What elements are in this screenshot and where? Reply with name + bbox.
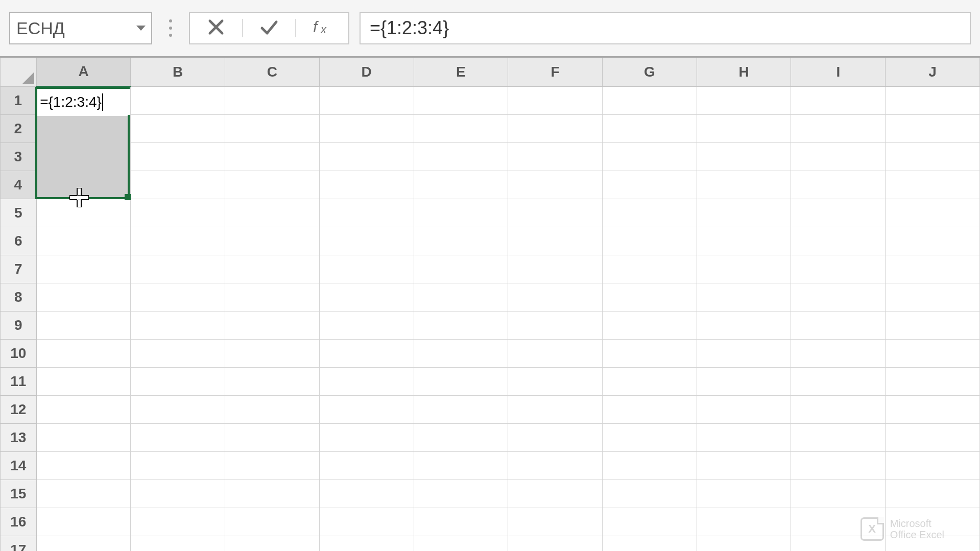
cell[interactable] (886, 395, 980, 423)
cell[interactable] (414, 423, 508, 451)
cell[interactable] (508, 171, 603, 199)
cell[interactable] (602, 199, 697, 227)
cell[interactable] (36, 451, 131, 480)
cell[interactable] (319, 423, 414, 451)
cell[interactable] (225, 395, 320, 423)
cell[interactable] (414, 227, 508, 255)
cell[interactable] (886, 199, 980, 227)
cell[interactable] (886, 367, 980, 395)
cell[interactable] (886, 171, 980, 199)
cell[interactable] (36, 86, 131, 114)
spreadsheet-grid[interactable]: ABCDEFGHIJ 1234567891011121314151617 (0, 58, 980, 551)
cell[interactable] (319, 395, 414, 423)
cell[interactable] (886, 480, 980, 508)
cell[interactable] (36, 311, 131, 339)
cell[interactable] (225, 283, 320, 311)
row-header[interactable]: 4 (1, 171, 37, 199)
cell[interactable] (697, 423, 791, 451)
cell[interactable] (36, 171, 131, 199)
cell[interactable] (131, 114, 225, 142)
cell[interactable] (508, 86, 603, 114)
cell[interactable] (414, 508, 508, 536)
row-header[interactable]: 6 (1, 227, 37, 255)
cell[interactable] (319, 171, 414, 199)
cell[interactable] (414, 311, 508, 339)
cell[interactable] (36, 114, 131, 142)
row-header[interactable]: 11 (1, 367, 37, 395)
cell[interactable] (225, 367, 320, 395)
row-header[interactable]: 8 (1, 283, 37, 311)
cell[interactable] (791, 423, 886, 451)
cell[interactable] (36, 283, 131, 311)
cell[interactable] (697, 395, 791, 423)
row-header[interactable]: 15 (1, 480, 37, 508)
cell[interactable] (131, 451, 225, 480)
confirm-button[interactable] (243, 13, 295, 43)
name-box-dropdown[interactable] (134, 21, 148, 35)
cell[interactable] (697, 451, 791, 480)
cell[interactable] (697, 114, 791, 142)
cell[interactable] (319, 480, 414, 508)
cell[interactable] (36, 423, 131, 451)
cell[interactable] (414, 114, 508, 142)
row-header[interactable]: 13 (1, 423, 37, 451)
row-header[interactable]: 3 (1, 142, 37, 171)
cell[interactable] (319, 536, 414, 551)
cell[interactable] (602, 451, 697, 480)
cell[interactable] (791, 255, 886, 283)
cancel-button[interactable] (190, 13, 242, 43)
cell[interactable] (508, 283, 603, 311)
formula-input[interactable] (370, 17, 961, 39)
cell[interactable] (414, 536, 508, 551)
cell[interactable] (131, 255, 225, 283)
column-header[interactable]: A (36, 58, 131, 86)
cell[interactable] (36, 142, 131, 171)
cell[interactable] (225, 142, 320, 171)
row-header[interactable]: 17 (1, 536, 37, 551)
cell[interactable] (697, 142, 791, 171)
cell[interactable] (697, 311, 791, 339)
cell[interactable] (225, 199, 320, 227)
cell[interactable] (131, 508, 225, 536)
cell[interactable] (414, 255, 508, 283)
cell[interactable] (131, 423, 225, 451)
cell[interactable] (886, 451, 980, 480)
cell[interactable] (319, 367, 414, 395)
cell[interactable] (886, 255, 980, 283)
cell[interactable] (36, 536, 131, 551)
cell[interactable] (886, 227, 980, 255)
cell[interactable] (319, 86, 414, 114)
column-header[interactable]: F (508, 58, 603, 86)
cell[interactable] (225, 339, 320, 367)
cell[interactable] (508, 199, 603, 227)
cell[interactable] (131, 171, 225, 199)
cell[interactable] (508, 536, 603, 551)
cell[interactable] (131, 283, 225, 311)
cell[interactable] (319, 255, 414, 283)
cell[interactable] (697, 367, 791, 395)
cell[interactable] (319, 311, 414, 339)
cell[interactable] (697, 171, 791, 199)
row-header[interactable]: 1 (1, 86, 37, 114)
cell[interactable] (225, 86, 320, 114)
cell[interactable] (131, 367, 225, 395)
cell[interactable] (791, 283, 886, 311)
cell[interactable] (602, 227, 697, 255)
column-header[interactable]: E (414, 58, 508, 86)
cell[interactable] (886, 142, 980, 171)
cell[interactable] (414, 367, 508, 395)
name-box[interactable] (9, 12, 152, 44)
name-box-input[interactable] (10, 13, 151, 43)
cell[interactable] (791, 339, 886, 367)
cell[interactable] (791, 451, 886, 480)
cell[interactable] (414, 451, 508, 480)
cell[interactable] (225, 536, 320, 551)
cell[interactable] (414, 480, 508, 508)
cell[interactable] (886, 311, 980, 339)
cell[interactable] (319, 339, 414, 367)
cell[interactable] (697, 283, 791, 311)
row-header[interactable]: 16 (1, 508, 37, 536)
cell[interactable] (131, 311, 225, 339)
cell[interactable] (791, 311, 886, 339)
column-header[interactable]: I (791, 58, 886, 86)
